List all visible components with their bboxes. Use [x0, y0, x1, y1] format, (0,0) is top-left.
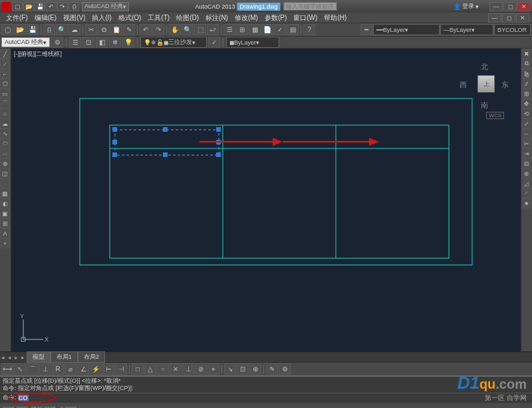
lineweight-combo[interactable]: — ByLayer ▾: [440, 24, 493, 35]
menu-insert[interactable]: 插入(I): [88, 13, 114, 23]
zoom-prev-icon[interactable]: ⮐: [207, 24, 219, 35]
dim-aligned-icon[interactable]: ⤡: [14, 363, 26, 375]
linetype-icon[interactable]: ━: [360, 24, 372, 35]
centermark-icon[interactable]: ⊕: [249, 363, 261, 375]
save-icon[interactable]: 💾: [35, 2, 45, 11]
undo2-icon[interactable]: ↶: [140, 24, 152, 35]
region-icon[interactable]: ▣: [0, 208, 10, 218]
zoom-win-icon[interactable]: ⬚: [194, 24, 206, 35]
viewcube-west[interactable]: 西: [460, 80, 467, 90]
app-logo-icon[interactable]: [1, 2, 11, 11]
osnap-int-icon[interactable]: ✕: [170, 363, 182, 375]
help-search-input[interactable]: [284, 2, 337, 11]
dim-quick-icon[interactable]: ⚡: [90, 363, 102, 375]
plot-icon[interactable]: ⎙: [43, 24, 55, 35]
menu-help[interactable]: 帮助(H): [321, 13, 350, 23]
dimedit-icon[interactable]: ✎: [266, 363, 278, 375]
markup-icon[interactable]: ✓: [274, 24, 286, 35]
viewcube[interactable]: 上 北 南 东 西: [461, 59, 507, 105]
publish-icon[interactable]: ☁: [68, 24, 80, 35]
spline-icon[interactable]: ∿: [0, 128, 10, 138]
command-input-text[interactable]: CO: [18, 395, 29, 401]
wcs-label[interactable]: WCS: [486, 112, 504, 119]
menu-tools[interactable]: 工具(T): [144, 13, 173, 23]
layer-combo[interactable]: 💡❄🔓◼ 三位沙发 ▾: [140, 37, 207, 48]
menu-draw[interactable]: 绘图(D): [173, 13, 202, 23]
array-icon[interactable]: ⊞: [521, 89, 531, 99]
osnap-perp-icon[interactable]: ⊥: [182, 363, 194, 375]
dim-continue-icon[interactable]: ⊣: [115, 363, 127, 375]
open-file-icon[interactable]: 📂: [14, 24, 26, 35]
point-icon[interactable]: ·: [0, 178, 10, 188]
menu-dimension[interactable]: 标注(N): [202, 13, 231, 23]
designcenter-icon[interactable]: ⊞: [236, 24, 248, 35]
workspace-selector[interactable]: AutoCAD 经典 ▾: [82, 2, 129, 11]
preview-icon[interactable]: 🔍: [56, 24, 68, 35]
osnap-tan-icon[interactable]: ⊘: [195, 363, 207, 375]
scale-icon[interactable]: ⤢: [521, 118, 531, 128]
plotstyle-combo[interactable]: BYCOLOR: [494, 24, 531, 35]
redo2-icon[interactable]: ↷: [152, 24, 164, 35]
copy-icon[interactable]: ⧉: [98, 24, 110, 35]
menu-param[interactable]: 参数(P): [261, 13, 290, 23]
close-button[interactable]: ✕: [517, 2, 531, 11]
insert-icon[interactable]: ⊕: [0, 158, 10, 168]
dim-baseline-icon[interactable]: ⊢: [102, 363, 114, 375]
break-icon[interactable]: ⊟: [521, 158, 531, 168]
command-history[interactable]: 指定基点或 [位移(D)/模式(O)] <位移>: *取消* 命令: 指定对角点…: [0, 377, 532, 393]
dim-diameter-icon[interactable]: ⌀: [65, 363, 76, 375]
redo-icon[interactable]: ↷: [57, 2, 68, 11]
doc-restore-button[interactable]: ◻: [502, 13, 515, 23]
osnap-near-icon[interactable]: ⌖: [207, 363, 219, 375]
line-icon[interactable]: ╱: [0, 49, 10, 59]
menu-edit[interactable]: 编辑(E): [31, 13, 60, 23]
coords-readout[interactable]: 0986.2099, 2580.8635 , 0.0000: [3, 405, 76, 408]
osnap-cen-icon[interactable]: ○: [157, 363, 169, 375]
drawing-canvas[interactable]: [-][俯视][二维线框]: [11, 49, 521, 351]
osnap-mid-icon[interactable]: △: [144, 363, 156, 375]
viewcube-south[interactable]: 南: [481, 101, 488, 110]
circle-icon[interactable]: ○: [0, 108, 10, 118]
addsel-icon[interactable]: +: [0, 238, 10, 248]
dim-radius-icon[interactable]: R: [52, 363, 64, 375]
stretch-icon[interactable]: ↔: [521, 128, 531, 138]
table-icon[interactable]: ⊞: [0, 218, 10, 228]
open-icon[interactable]: 📂: [23, 2, 34, 11]
block-icon[interactable]: ◫: [0, 168, 10, 178]
linetype-combo[interactable]: ━━ ByLayer ▾: [373, 24, 440, 35]
trim-icon[interactable]: ✂: [521, 138, 531, 148]
dim-ord-icon[interactable]: ⊥: [39, 363, 51, 375]
tab-layout1[interactable]: 布局1: [51, 351, 78, 363]
undo-icon[interactable]: ↶: [46, 2, 57, 11]
maximize-button[interactable]: ◻: [503, 2, 517, 11]
ws-settings-icon[interactable]: ⚙: [51, 37, 63, 48]
fillet-icon[interactable]: ◜: [521, 188, 531, 198]
layer-match-icon[interactable]: ✓: [208, 37, 220, 48]
erase-icon[interactable]: ✖: [521, 49, 531, 59]
command-input-row[interactable]: 命令: CO: [0, 393, 532, 402]
menu-file[interactable]: 文件(F): [3, 13, 31, 23]
layer-freeze-icon[interactable]: ❄: [109, 37, 121, 48]
login-button[interactable]: 👤 登录 ▾: [454, 2, 479, 11]
pline-icon[interactable]: ⌐: [0, 69, 10, 79]
new-file-icon[interactable]: ▢: [1, 24, 13, 35]
copy2-icon[interactable]: ⧉: [521, 59, 531, 69]
help-icon[interactable]: ?: [303, 24, 315, 35]
cut-icon[interactable]: ✂: [85, 24, 97, 35]
dim-linear-icon[interactable]: ⟷: [1, 363, 13, 375]
viewcube-top[interactable]: 上: [477, 75, 495, 93]
osnap-end-icon[interactable]: □: [132, 363, 144, 375]
color-combo[interactable]: ◼ ByLayer ▾: [226, 37, 279, 48]
zoom-icon[interactable]: 🔍: [182, 24, 194, 35]
doc-close-button[interactable]: ✕: [516, 13, 529, 23]
chamfer-icon[interactable]: ◿: [521, 178, 531, 188]
move-icon[interactable]: ✥: [521, 99, 531, 108]
tab-nav[interactable]: ◂◂▸▸: [1, 354, 28, 361]
layer-props-icon[interactable]: ☰: [69, 37, 81, 48]
doc-minimize-button[interactable]: —: [488, 13, 501, 23]
menu-modify[interactable]: 修改(M): [231, 13, 261, 23]
layer-iso-icon[interactable]: ◧: [96, 37, 108, 48]
hatch-icon[interactable]: ▦: [0, 188, 10, 198]
calc-icon[interactable]: ▤: [287, 24, 299, 35]
dim-angular-icon[interactable]: ∠: [77, 363, 89, 375]
